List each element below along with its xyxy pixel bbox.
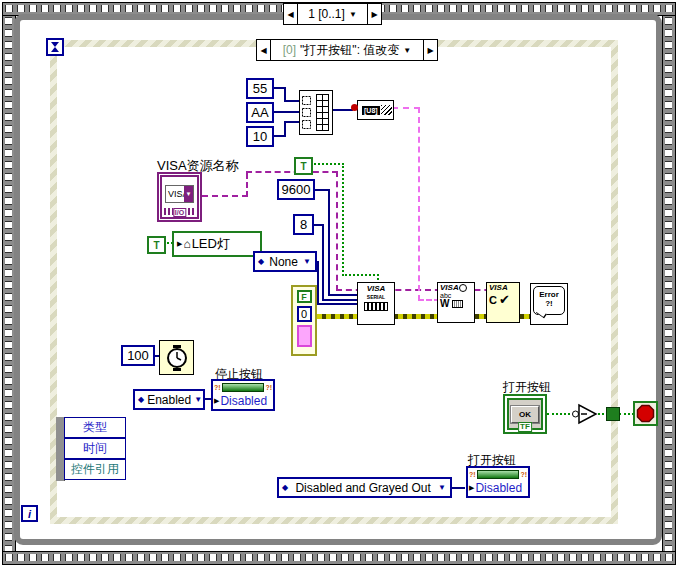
visa-resource-field[interactable]: VISA ▼	[165, 185, 194, 203]
wire-baud	[328, 189, 330, 296]
wire-byte3	[284, 122, 286, 137]
loop-iteration-terminal[interactable]: i	[21, 505, 38, 522]
clock-badge-icon	[459, 284, 467, 292]
visa-resource-control[interactable]: VISA ▼ I/O	[157, 172, 202, 222]
u8-constant-aa[interactable]: AA	[246, 102, 274, 123]
event-data-item-type[interactable]: 类型	[64, 417, 126, 438]
dropdown-icon[interactable]: ▼	[184, 186, 193, 202]
loop-condition-terminal[interactable]	[633, 401, 658, 426]
visa-serial-line2: SERIAL	[358, 293, 394, 301]
wait-ms-node[interactable]	[159, 340, 194, 375]
enabled-ring-constant[interactable]: ◆ Enabled ▼	[133, 389, 205, 410]
event-structure-border	[50, 40, 618, 524]
next-frame-arrow[interactable]: ▶	[367, 4, 381, 24]
write-arrow-icon: ▶	[469, 484, 474, 492]
ok-button-terminal[interactable]: OK TF	[503, 394, 547, 434]
error-cluster-constant[interactable]: F 0	[291, 285, 317, 356]
button-icon-bar	[477, 470, 520, 479]
property-name: Disabled	[220, 394, 267, 408]
speech-bubble-icon: Error ?!	[533, 286, 565, 315]
not-function[interactable]	[570, 403, 600, 425]
event-data-item-time[interactable]: 时间	[64, 438, 126, 459]
baud-constant[interactable]: 9600	[277, 179, 315, 200]
open-property-node[interactable]: ?! ?! ▶ Disabled	[466, 466, 530, 498]
dip-switch-icon	[364, 302, 388, 311]
wire-string	[418, 107, 420, 301]
error-line1: Error	[534, 290, 564, 299]
wire-ok-not	[547, 413, 570, 415]
u8-constant-55[interactable]: 55	[246, 78, 274, 99]
sequence-border-right	[662, 2, 676, 565]
visa-configure-serial-node[interactable]: VISA SERIAL	[357, 282, 395, 325]
true-constant-serial[interactable]: T	[294, 157, 313, 175]
property-node-header: ?! ?!	[469, 469, 527, 479]
wire-databits	[322, 299, 358, 301]
block-diagram-canvas: 55 AA 10 [U8] VISA资源名称 VISA ▼	[0, 0, 676, 565]
prev-frame-arrow[interactable]: ◀	[284, 4, 298, 24]
wire-flowctl	[317, 303, 358, 305]
stop-property-node[interactable]: ?! ?! ▶ Disabled	[211, 379, 275, 411]
wait-ms-constant[interactable]: 100	[121, 345, 155, 366]
wire-true-serial	[342, 163, 344, 276]
cluster-code-constant[interactable]: 0	[297, 306, 312, 322]
error-line2: ?!	[534, 299, 564, 308]
wire-byte3	[284, 121, 300, 123]
visa-close-line2: C	[489, 294, 497, 306]
error-handler-node[interactable]: Error ?!	[530, 283, 568, 325]
dropdown-icon[interactable]: ▼	[303, 257, 311, 266]
true-constant-led[interactable]: T	[147, 236, 166, 254]
ring-glyph-icon: ◆	[258, 257, 264, 266]
case-index: [0]	[283, 43, 296, 57]
wire-string	[392, 107, 420, 109]
ring-glyph-icon: ◆	[282, 483, 288, 492]
wire-true-serial	[309, 163, 344, 165]
case-dropdown-icon[interactable]: ▼	[403, 46, 411, 55]
dropdown-icon[interactable]: ▼	[194, 395, 202, 404]
wire-byte1	[284, 100, 300, 102]
dropdown-icon[interactable]: ▼	[438, 483, 446, 492]
visa-close-node[interactable]: VISA C ✔	[486, 282, 520, 323]
ring-value: Enabled	[147, 393, 191, 407]
tf-tag: TF	[518, 422, 532, 432]
ring-value: None	[267, 255, 300, 269]
wire-baud	[328, 294, 358, 296]
wire-visa-resource	[246, 173, 248, 197]
build-array-node[interactable]	[299, 90, 333, 135]
wire-tunnel-stop	[619, 413, 634, 415]
check-pencil-icon: ✔	[499, 292, 510, 307]
write-arrow-icon: ▶	[214, 397, 219, 405]
ok-button-face[interactable]: OK	[511, 406, 539, 423]
event-data-item-ctlref[interactable]: 控件引用	[64, 459, 126, 480]
wire-visa-resource	[246, 171, 338, 173]
wire-visa-resource	[336, 171, 338, 291]
flow-control-ring[interactable]: ◆ None ▼	[253, 251, 317, 272]
visa-write-node[interactable]: VISA abc W	[437, 282, 475, 323]
watch-icon	[165, 344, 189, 372]
case-title: "打开按钮": 值改变	[300, 42, 399, 59]
databits-constant[interactable]: 8	[293, 214, 314, 235]
wire-databits	[322, 224, 324, 301]
byte-array-to-string-node[interactable]: [U8]	[357, 100, 394, 120]
visa-close-line1: VISA	[489, 283, 508, 292]
cluster-status-false[interactable]: F	[297, 290, 312, 303]
string-grille-icon	[381, 105, 392, 115]
led-local-variable[interactable]: ▶ ⌂ LED灯	[172, 231, 262, 257]
stop-sign-icon	[636, 404, 655, 423]
timeout-hourglass-terminal[interactable]	[46, 38, 64, 56]
ring-value: Disabled and Grayed Out	[291, 481, 435, 495]
visa-write-line1: VISA	[440, 283, 459, 292]
led-local-name: LED灯	[192, 235, 230, 253]
sequence-border-bottom	[2, 551, 676, 565]
io-tag: I/O	[173, 208, 186, 217]
prev-case-arrow[interactable]: ◀	[257, 40, 271, 60]
wire-true-serial	[342, 274, 379, 276]
grayed-ring-constant[interactable]: ◆ Disabled and Grayed Out ▼	[277, 477, 452, 498]
write-arrow-icon: ▶	[177, 240, 182, 248]
u8-constant-10[interactable]: 10	[246, 126, 274, 147]
visa-write-line3: W	[440, 298, 449, 309]
cluster-source-string[interactable]	[297, 325, 312, 347]
help-badge: ?!	[469, 471, 476, 478]
frame-dropdown-icon[interactable]: ▼	[349, 10, 357, 19]
next-case-arrow[interactable]: ▶	[423, 40, 437, 60]
boolean-tunnel	[606, 407, 620, 421]
